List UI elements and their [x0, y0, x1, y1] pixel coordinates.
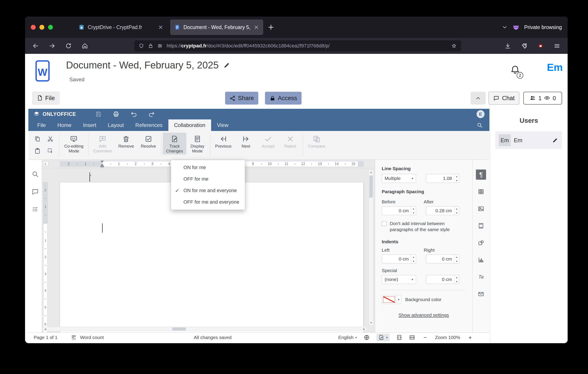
vertical-scrollbar[interactable]: ▲ ▼ — [369, 169, 374, 325]
no-interval-checkbox[interactable] — [382, 221, 387, 226]
notifications-bell-icon[interactable]: 2 — [510, 64, 522, 78]
table-settings-button[interactable] — [476, 187, 486, 197]
spin-up-icon[interactable]: ▲ — [411, 255, 416, 259]
ribbon-co-editing-mode-button[interactable]: Co-editingMode▾ — [61, 133, 87, 155]
collapse-toolbar-button[interactable] — [471, 92, 486, 104]
paragraph-settings-button[interactable]: ¶ — [476, 169, 486, 180]
track-changes-status-button[interactable]: ▾ — [377, 334, 389, 341]
spin-up-icon[interactable]: ▲ — [454, 255, 459, 259]
search-icon[interactable] — [477, 119, 486, 131]
spin-up-icon[interactable]: ▲ — [454, 275, 459, 279]
back-button[interactable] — [31, 41, 40, 51]
ribbon-reject-button[interactable]: Reject▾ — [279, 133, 301, 150]
copy-button[interactable] — [34, 135, 41, 142]
paste-button[interactable] — [34, 147, 41, 154]
new-tab-button[interactable] — [267, 23, 275, 31]
ribbon-next-button[interactable]: Next — [235, 133, 257, 150]
menu-item-on-for-me[interactable]: ON for me — [171, 162, 245, 173]
page-indicator[interactable]: Page 1 of 1 — [34, 335, 57, 340]
left-indent-marker[interactable] — [100, 166, 104, 167]
editor-tab-layout[interactable]: Layout — [102, 119, 130, 131]
close-tab-icon[interactable] — [253, 24, 259, 30]
text-art-settings-button[interactable]: Ta — [476, 272, 486, 282]
extensions-button[interactable] — [520, 41, 529, 51]
spin-down-icon[interactable]: ▼ — [411, 259, 416, 263]
menu-item-on-for-me-and-everyone[interactable]: ✓ON for me and everyone — [171, 185, 245, 196]
spacing-before-spinner[interactable]: 0 cm ▲▼ — [382, 206, 416, 215]
app-menu-button[interactable] — [553, 41, 561, 51]
fit-width-button[interactable] — [409, 334, 415, 341]
edit-user-icon[interactable] — [552, 137, 558, 144]
line-spacing-select[interactable]: Multiple▾ — [382, 174, 416, 183]
special-indent-spinner[interactable]: 0 cm ▲▼ — [426, 275, 459, 284]
indent-left-spinner[interactable]: 0 cm ▲▼ — [382, 255, 416, 263]
comment-panel-button[interactable] — [32, 188, 39, 196]
spin-down-icon[interactable]: ▼ — [454, 211, 459, 215]
tab-document[interactable]: Document - Wed, February 5, 2 — [170, 20, 263, 35]
spin-down-icon[interactable]: ▼ — [411, 211, 416, 215]
scroll-left-arrow[interactable]: ◀ — [43, 327, 48, 331]
editor-tab-references[interactable]: References — [130, 119, 168, 131]
fullscreen-window-button[interactable] — [48, 25, 53, 30]
editor-tab-home[interactable]: Home — [52, 119, 77, 131]
fit-page-button[interactable] — [396, 334, 402, 341]
image-settings-button[interactable] — [476, 204, 486, 214]
account-avatar[interactable]: Em — [547, 61, 563, 73]
participants-indicator[interactable]: 1 0 — [523, 92, 562, 104]
search-panel-button[interactable] — [32, 170, 39, 178]
spellcheck-language-icon[interactable] — [364, 334, 370, 341]
permissions-icon[interactable] — [157, 43, 163, 49]
save-button[interactable] — [95, 111, 102, 117]
scrollbar-thumb[interactable] — [369, 176, 373, 198]
tab-stop-selector[interactable]: L — [43, 161, 48, 166]
line-spacing-amount-spinner[interactable]: 1.08 ▲▼ — [426, 174, 459, 183]
spin-down-icon[interactable]: ▼ — [454, 178, 459, 183]
file-menu-button[interactable]: File — [32, 92, 60, 104]
ribbon-previous-button[interactable]: Previous — [212, 133, 235, 150]
scroll-up-arrow[interactable]: ▲ — [369, 170, 373, 175]
ribbon-accept-button[interactable]: Accept▾ — [257, 133, 279, 150]
shape-settings-button[interactable] — [476, 238, 486, 248]
first-line-indent-marker[interactable] — [100, 161, 104, 163]
user-list-item[interactable]: Em Em — [495, 131, 562, 149]
zoom-in-button[interactable]: + — [467, 334, 473, 341]
menu-item-off-for-me-and-everyone[interactable]: OFF for me and everyone — [171, 196, 245, 208]
undo-button[interactable] — [130, 111, 137, 117]
background-color-swatch[interactable]: ▾ — [382, 295, 401, 304]
minimize-window-button[interactable] — [40, 25, 44, 30]
spin-up-icon[interactable]: ▲ — [411, 207, 416, 211]
ribbon-display-mode-button[interactable]: DisplayMode▾ — [186, 133, 209, 155]
bookmark-star-icon[interactable] — [451, 43, 457, 49]
cut-button[interactable] — [47, 135, 54, 142]
editor-tab-insert[interactable]: Insert — [77, 119, 102, 131]
forward-button[interactable] — [48, 41, 56, 51]
navigation-panel-button[interactable] — [32, 206, 39, 213]
language-selector[interactable]: English▾ — [338, 335, 357, 340]
reload-button[interactable] — [64, 41, 73, 51]
tab-cryptdrive[interactable]: CryptDrive - CryptPad.fr — [74, 20, 168, 35]
spin-down-icon[interactable]: ▼ — [454, 279, 459, 284]
show-advanced-settings-link[interactable]: Show advanced settings — [382, 312, 466, 318]
scroll-down-arrow[interactable]: ▼ — [369, 320, 373, 325]
chat-button[interactable]: Chat — [489, 92, 519, 104]
tracking-protection-icon[interactable] — [139, 43, 144, 49]
chart-settings-button[interactable] — [476, 255, 486, 265]
special-indent-select[interactable]: (none)▾ — [382, 275, 416, 284]
editor-tab-file[interactable]: File — [32, 119, 52, 131]
rename-document-icon[interactable] — [223, 61, 231, 69]
ribbon-resolve-button[interactable]: Resolve▾ — [137, 133, 159, 150]
spin-down-icon[interactable]: ▼ — [454, 259, 459, 263]
mail-merge-settings-button[interactable] — [476, 289, 486, 299]
indent-right-spinner[interactable]: 0 cm ▲▼ — [426, 255, 459, 263]
https-lock-icon[interactable] — [148, 43, 153, 49]
home-button[interactable] — [80, 41, 89, 51]
ribbon-track-changes-button[interactable]: TrackChanges▴ — [163, 133, 186, 155]
horizontal-scrollbar[interactable]: ◀ ▶ — [42, 327, 367, 331]
editor-tab-collaboration[interactable]: Collaboration — [168, 119, 211, 131]
scrollbar-thumb[interactable] — [172, 327, 186, 331]
redo-button[interactable] — [148, 111, 155, 117]
ribbon-compare-button[interactable]: Compare▾ — [305, 133, 329, 150]
downloads-button[interactable] — [503, 41, 512, 51]
zoom-out-button[interactable]: − — [422, 334, 429, 341]
select-all-button[interactable] — [47, 147, 54, 154]
